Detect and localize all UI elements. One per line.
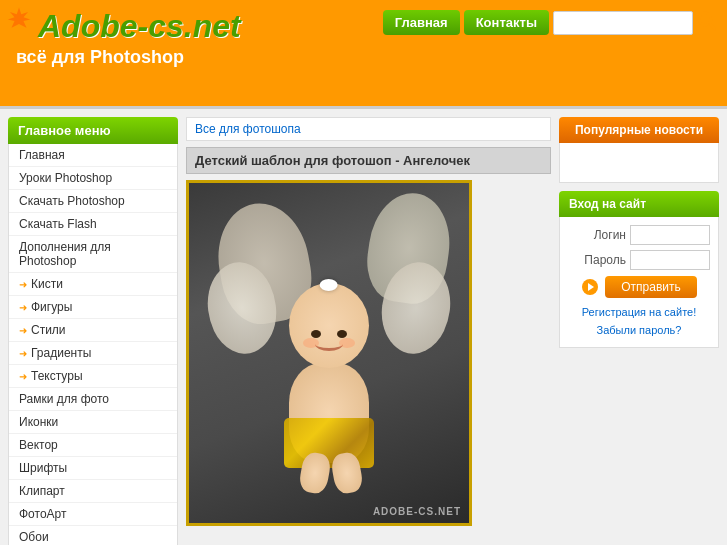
submit-icon <box>581 278 599 296</box>
register-link[interactable]: Регистрация на сайте! <box>582 306 696 318</box>
submit-button[interactable]: Отправить <box>605 276 697 298</box>
login-input[interactable] <box>630 225 710 245</box>
login-row: Логин <box>568 225 710 245</box>
password-input[interactable] <box>630 250 710 270</box>
search-button[interactable] <box>697 11 717 35</box>
header-nav: Главная Контакты <box>383 10 717 35</box>
sidebar-item[interactable]: Рамки для фото <box>9 388 177 411</box>
sidebar-item[interactable]: Дополнения для Photoshop <box>9 236 177 273</box>
sidebar-item[interactable]: Иконки <box>9 411 177 434</box>
login-label: Логин <box>581 228 626 242</box>
logo-icon <box>4 6 34 36</box>
password-row: Пароль <box>568 250 710 270</box>
sidebar-item[interactable]: Шрифты <box>9 457 177 480</box>
popular-news-header: Популярные новости <box>559 117 719 143</box>
sidebar-item[interactable]: Градиенты <box>9 342 177 365</box>
contacts-button[interactable]: Контакты <box>464 10 549 35</box>
article-image-wrap: ADOBE-CS.NET <box>186 180 472 526</box>
sidebar-item[interactable]: Главная <box>9 144 177 167</box>
main-container: Главное меню ГлавнаяУроки PhotoshopСкача… <box>0 109 727 545</box>
article-image: ADOBE-CS.NET <box>189 183 469 523</box>
svg-line-3 <box>710 24 715 29</box>
sidebar-item[interactable]: ФотоАрт <box>9 503 177 526</box>
sidebar-header: Главное меню <box>8 117 178 144</box>
article-title: Детский шаблон для фотошоп - Ангелочек <box>186 147 551 174</box>
search-icon <box>697 11 717 31</box>
logo-subtext: всё для Photoshop <box>10 45 717 68</box>
login-form: Логин Пароль Отправить Регистрация на са… <box>559 217 719 348</box>
search-input[interactable] <box>553 11 693 35</box>
login-header: Вход на сайт <box>559 191 719 217</box>
forgot-link[interactable]: Забыли пароль? <box>597 324 682 336</box>
logo-text: Adobe-cs.net <box>38 8 241 44</box>
right-sidebar: Популярные новости Вход на сайт Логин Па… <box>559 117 719 348</box>
popular-news-body <box>559 143 719 183</box>
password-label: Пароль <box>581 253 626 267</box>
home-button[interactable]: Главная <box>383 10 460 35</box>
sidebar-item[interactable]: Обои <box>9 526 177 545</box>
sidebar-item[interactable]: Клипарт <box>9 480 177 503</box>
sidebar-item[interactable]: Скачать Photoshop <box>9 190 177 213</box>
sidebar-menu: ГлавнаяУроки PhotoshopСкачать PhotoshopС… <box>8 144 178 545</box>
sidebar-item[interactable]: Фигуры <box>9 296 177 319</box>
sidebar-item[interactable]: Кисти <box>9 273 177 296</box>
sidebar-item[interactable]: Скачать Flash <box>9 213 177 236</box>
watermark: ADOBE-CS.NET <box>373 506 461 517</box>
header: Adobe-cs.net всё для Photoshop Главная К… <box>0 0 727 100</box>
sidebar-item[interactable]: Вектор <box>9 434 177 457</box>
register-links: Регистрация на сайте! Забыли пароль? <box>568 304 710 339</box>
breadcrumb: Все для фотошопа <box>186 117 551 141</box>
sidebar-item[interactable]: Стили <box>9 319 177 342</box>
content-area: Все для фотошопа Детский шаблон для фото… <box>186 117 551 526</box>
sidebar-item[interactable]: Уроки Photoshop <box>9 167 177 190</box>
sidebar-item[interactable]: Текстуры <box>9 365 177 388</box>
breadcrumb-link[interactable]: Все для фотошопа <box>195 122 301 136</box>
sidebar: Главное меню ГлавнаяУроки PhotoshopСкача… <box>8 117 178 545</box>
